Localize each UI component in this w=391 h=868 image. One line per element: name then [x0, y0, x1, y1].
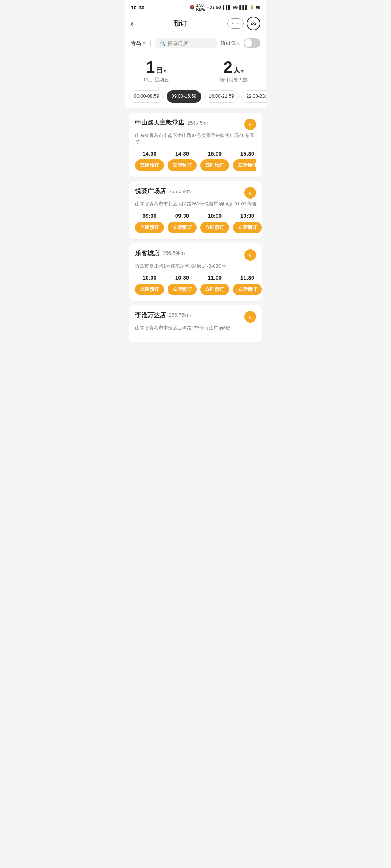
store-name-row-1: 悦荟广场店255.08km [135, 187, 191, 195]
store-distance-2: 256.69km [163, 250, 185, 256]
more-button[interactable]: ··· [227, 18, 244, 29]
store-name-3: 李沧万达店 [135, 311, 166, 319]
store-name-row-0: 中山路天主教堂店254.45km [135, 119, 209, 127]
store-address-1: 山东省青岛市市北区人民路269号悦荟广场L4层-01-03商铺 [135, 201, 256, 207]
city-arrow-icon: ▼ [142, 41, 146, 45]
store-collapse-btn-2[interactable]: ∨ [244, 249, 256, 261]
city-name: 青岛 [131, 40, 142, 47]
signal-info: 1.90KB/s [196, 3, 205, 12]
search-input-wrap[interactable]: 🔍 [155, 38, 218, 48]
slot-item-2-0: 10:00立即预订 [135, 275, 164, 295]
store-collapse-btn-3[interactable]: ∨ [244, 311, 256, 323]
store-card-0: 中山路天主教堂店254.45km∨山东省青岛市市南区中山路67号悦喜客来购物广场… [129, 113, 262, 177]
signal-bars: ▌▌▌ [223, 5, 231, 9]
store-header-0: 中山路天主教堂店254.45km∨ [135, 119, 256, 130]
slot-time-1-2: 10:00 [208, 213, 222, 219]
slot-scroll-0: 14:00立即预订14:30立即预订15:00立即预订15:30立即预订 [135, 150, 256, 171]
date-selector[interactable]: 1 日 ▾ 11月 星期五 [143, 59, 169, 83]
time-filter-chip-1[interactable]: 09:00-15:59 [167, 90, 201, 103]
slot-book-btn-0-3[interactable]: 立即预订 [233, 159, 256, 171]
page-title: 预订 [134, 19, 227, 28]
back-button[interactable]: ‹ [131, 18, 134, 29]
day-unit: 日 [156, 65, 163, 75]
slot-time-2-2: 11:00 [208, 275, 222, 281]
slot-time-2-3: 11:30 [240, 275, 254, 281]
store-card-2: 乐客城店256.69km∨青岛市夏庄路1号伟东乐客城4层L4-B-03C号10:… [129, 243, 262, 301]
store-name-0: 中山路天主教堂店 [135, 119, 184, 127]
store-header-1: 悦荟广场店255.08km∨ [135, 187, 256, 199]
slot-item-1-0: 09:00立即预订 [135, 213, 164, 233]
slot-item-0-1: 14:30立即预订 [168, 150, 197, 171]
time-filter-chip-3[interactable]: 22:00-23:59 [241, 90, 266, 103]
selector-divider [194, 63, 194, 85]
camera-button[interactable]: ◎ [247, 17, 260, 30]
slot-time-0-2: 15:00 [208, 150, 222, 157]
toggle-knob [244, 39, 252, 47]
battery-icon: 🔋 [249, 5, 255, 10]
slot-item-2-1: 10:30立即预订 [168, 275, 197, 295]
5g-badge1: 5G [216, 5, 222, 9]
toggle-label: 预订包间 [220, 40, 241, 46]
slot-item-0-3: 15:30立即预订 [233, 150, 256, 171]
slot-time-1-0: 09:00 [143, 213, 156, 219]
slot-book-btn-2-1[interactable]: 立即预订 [168, 284, 197, 295]
store-distance-0: 254.45km [187, 120, 209, 126]
slot-book-btn-1-1[interactable]: 立即预订 [168, 222, 197, 233]
store-distance-1: 255.08km [169, 188, 191, 194]
store-card-3: 李沧万达店256.76km∨山东省青岛市李沧区巨峰路178号万达广场6层 [129, 305, 262, 342]
people-selector[interactable]: 2 人 ▾ 预订就餐人数 [219, 59, 248, 83]
slot-book-btn-0-2[interactable]: 立即预订 [200, 159, 229, 171]
slot-item-0-0: 14:00立即预订 [135, 150, 164, 171]
slot-book-btn-2-2[interactable]: 立即预订 [200, 284, 229, 295]
network-icon: 🔕 [190, 5, 195, 10]
slot-grid-2: 10:00立即预订10:30立即预订11:00立即预订11:30立即预订 [135, 275, 256, 295]
slot-book-btn-1-3[interactable]: 立即预订 [233, 222, 262, 233]
store-address-2: 青岛市夏庄路1号伟东乐客城4层L4-B-03C号 [135, 263, 256, 269]
slot-item-1-2: 10:00立即预订 [200, 213, 229, 233]
store-header-2: 乐客城店256.69km∨ [135, 249, 256, 261]
date-dropdown-icon: ▾ [164, 68, 166, 74]
people-dropdown-icon: ▾ [241, 68, 244, 74]
search-input[interactable] [168, 40, 213, 46]
header-actions: ··· ◎ [227, 17, 260, 30]
vertical-divider [150, 40, 151, 46]
slot-item-2-3: 11:30立即预订 [233, 275, 262, 295]
slot-item-1-3: 10:30立即预订 [233, 213, 262, 233]
status-icons: 🔕 1.90KB/s HD2 5G ▌▌▌ 5G ▌▌▌ 🔋 69 [190, 3, 260, 12]
city-selector[interactable]: 青岛 ▼ [131, 40, 146, 47]
status-time: 10:30 [131, 4, 144, 10]
slot-grid-1: 09:00立即预订09:30立即预订10:00立即预订10:30立即预订 [135, 213, 256, 233]
time-filter-chip-2[interactable]: 16:00-21:59 [204, 90, 239, 103]
battery-level: 69 [256, 5, 260, 9]
room-toggle[interactable] [244, 38, 260, 48]
slot-book-btn-1-2[interactable]: 立即预订 [200, 222, 229, 233]
store-name-row-3: 李沧万达店256.76km [135, 311, 191, 319]
slot-book-btn-2-3[interactable]: 立即预订 [233, 284, 262, 295]
people-label: 预订就餐人数 [219, 77, 248, 83]
store-address-0: 山东省青岛市市南区中山路67号悦喜客来购物广场4L海底捞 [135, 132, 256, 145]
store-distance-3: 256.76km [169, 312, 191, 318]
store-list: 中山路天主教堂店254.45km∨山东省青岛市市南区中山路67号悦喜客来购物广场… [125, 109, 266, 346]
slot-item-0-2: 15:00立即预订 [200, 150, 229, 171]
search-icon: 🔍 [159, 40, 165, 46]
slot-time-0-1: 14:30 [175, 150, 189, 157]
status-bar: 10:30 🔕 1.90KB/s HD2 5G ▌▌▌ 5G ▌▌▌ 🔋 69 [125, 0, 266, 13]
store-collapse-btn-0[interactable]: ∨ [244, 119, 256, 130]
store-collapse-btn-1[interactable]: ∨ [244, 187, 256, 199]
slot-book-btn-2-0[interactable]: 立即预订 [135, 284, 164, 295]
slot-time-2-0: 10:00 [143, 275, 156, 281]
hd-badge: HD2 [207, 5, 215, 9]
slot-book-btn-0-1[interactable]: 立即预订 [168, 159, 197, 171]
slot-time-0-0: 14:00 [143, 150, 156, 157]
slot-book-btn-0-0[interactable]: 立即预订 [135, 159, 164, 171]
store-name-row-2: 乐客城店256.69km [135, 249, 185, 258]
people-unit: 人 [233, 65, 240, 75]
store-name-2: 乐客城店 [135, 249, 160, 258]
slot-book-btn-1-0[interactable]: 立即预订 [135, 222, 164, 233]
store-name-1: 悦荟广场店 [135, 187, 166, 195]
camera-icon: ◎ [251, 20, 256, 27]
slot-time-1-3: 10:30 [240, 213, 254, 219]
selector-section: 1 日 ▾ 11月 星期五 2 人 ▾ 预订就餐人数 [125, 52, 266, 90]
time-filter-chip-0[interactable]: 00:00-08:59 [129, 90, 164, 103]
slot-time-1-1: 09:30 [175, 213, 189, 219]
